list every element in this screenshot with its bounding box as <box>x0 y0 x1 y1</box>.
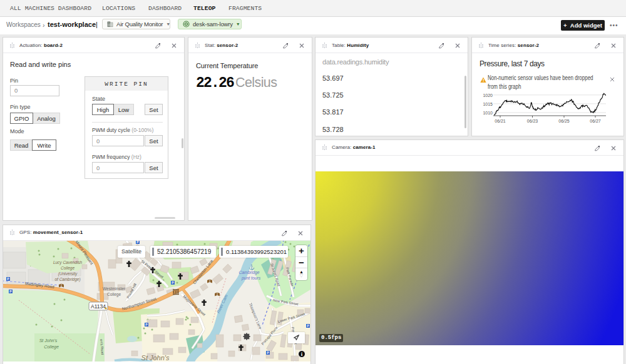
svg-text:06/27: 06/27 <box>590 119 601 123</box>
svg-text:06/25: 06/25 <box>558 119 570 123</box>
svg-text:06/21: 06/21 <box>495 119 506 123</box>
svg-text:Cambridge: Cambridge <box>239 270 259 275</box>
svg-text:St John's: St John's <box>39 338 58 343</box>
svg-text:of Cambridge): of Cambridge) <box>54 277 80 282</box>
svg-text:St John's: St John's <box>141 354 170 361</box>
svg-text:A1134: A1134 <box>91 303 106 310</box>
svg-text:College: College <box>44 345 59 350</box>
svg-text:College: College <box>107 292 121 297</box>
svg-text:punt tours: punt tours <box>241 276 261 281</box>
svg-text:1015: 1015 <box>483 102 493 106</box>
svg-text:06/23: 06/23 <box>527 119 538 123</box>
svg-text:1020: 1020 <box>483 93 493 98</box>
svg-text:Lucy Cavendish: Lucy Cavendish <box>53 260 83 265</box>
svg-text:College: College <box>61 266 74 271</box>
svg-text:⚓: ⚓ <box>249 264 255 270</box>
svg-text:1010: 1010 <box>483 111 493 115</box>
svg-text:(University: (University <box>58 271 78 276</box>
svg-text:Westminster: Westminster <box>103 286 126 291</box>
